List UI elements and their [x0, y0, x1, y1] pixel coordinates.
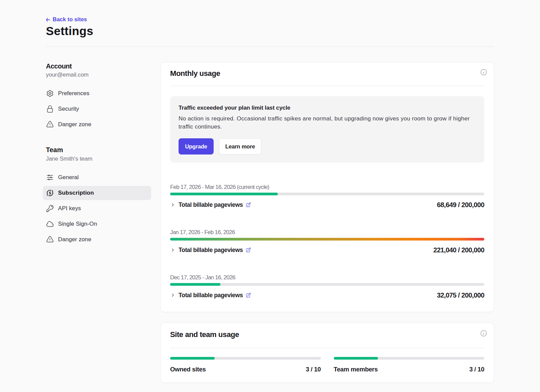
svg-text:$: $	[49, 191, 51, 195]
